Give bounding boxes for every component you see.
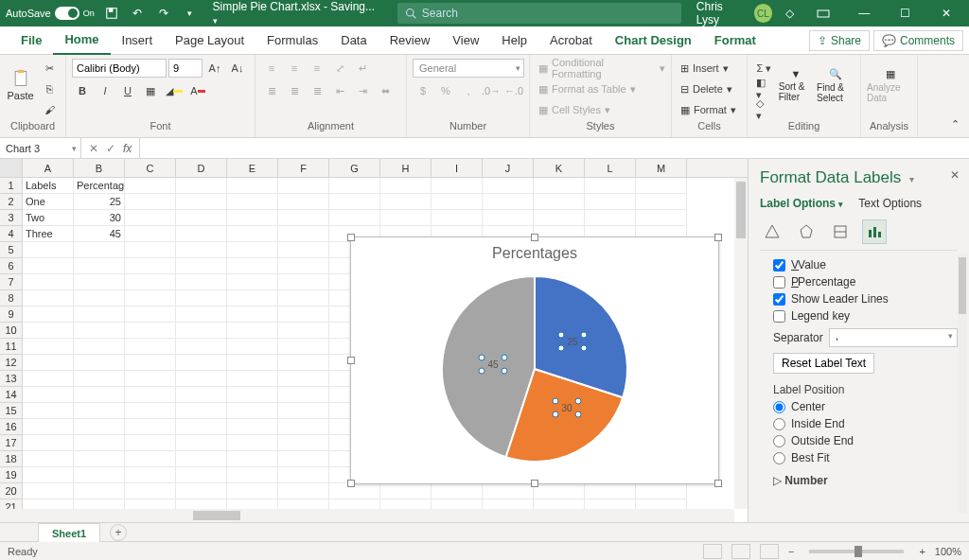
insert-cells[interactable]: ⊞ Insert ▾ xyxy=(678,59,744,78)
cell[interactable] xyxy=(176,403,227,419)
cell[interactable] xyxy=(176,210,227,226)
minimize-button[interactable]: ― xyxy=(848,0,882,26)
cell[interactable] xyxy=(227,387,278,403)
row-header[interactable]: 12 xyxy=(0,355,23,371)
pie-chart[interactable]: 45 30 25 xyxy=(435,270,634,468)
col-header[interactable]: M xyxy=(636,159,687,177)
col-header[interactable]: C xyxy=(125,159,176,177)
leader-lines-checkbox[interactable]: Show Leader Lines xyxy=(773,292,958,306)
cell[interactable] xyxy=(176,483,227,499)
cell[interactable] xyxy=(483,194,534,210)
accept-formula-icon[interactable]: ✓ xyxy=(106,142,115,155)
cell[interactable] xyxy=(227,290,278,306)
cell[interactable] xyxy=(23,435,74,451)
cut-button[interactable]: ✂ xyxy=(39,59,60,78)
cell[interactable] xyxy=(23,467,74,483)
row-header[interactable]: 9 xyxy=(0,306,23,323)
ribbon-options-icon[interactable] xyxy=(806,0,840,26)
row-header[interactable]: 4 xyxy=(0,226,23,242)
font-name-select[interactable] xyxy=(72,59,167,78)
cell[interactable] xyxy=(278,210,329,226)
cell[interactable]: 25 xyxy=(74,194,125,210)
cell[interactable] xyxy=(278,178,329,194)
cell[interactable] xyxy=(227,403,278,419)
zoom-in-button[interactable]: + xyxy=(919,546,925,557)
row-header[interactable]: 5 xyxy=(0,242,23,258)
cell[interactable] xyxy=(534,194,585,210)
col-header[interactable]: I xyxy=(432,159,483,177)
cell[interactable] xyxy=(176,194,227,210)
cell[interactable] xyxy=(278,483,329,499)
cell[interactable] xyxy=(125,274,176,290)
normal-view-button[interactable] xyxy=(703,544,722,559)
separator-select[interactable]: , xyxy=(829,328,958,347)
cell[interactable] xyxy=(483,178,534,194)
cell[interactable] xyxy=(125,194,176,210)
bold-button[interactable]: B xyxy=(72,81,93,100)
currency[interactable]: $ xyxy=(413,81,433,100)
align-top[interactable]: ≡ xyxy=(261,59,282,78)
zoom-level[interactable]: 100% xyxy=(935,546,961,557)
cell[interactable] xyxy=(278,419,329,435)
cell[interactable] xyxy=(125,323,176,339)
fill-line-icon[interactable] xyxy=(760,219,784,244)
cell[interactable] xyxy=(125,258,176,274)
zoom-slider[interactable] xyxy=(809,550,904,553)
cell[interactable] xyxy=(227,371,278,387)
row-header[interactable]: 13 xyxy=(0,371,23,387)
cell[interactable] xyxy=(278,274,329,290)
cell[interactable] xyxy=(227,178,278,194)
cell-styles[interactable]: ▦ Cell Styles ▾ xyxy=(536,100,668,119)
wrap-text[interactable]: ↵ xyxy=(352,59,373,78)
format-cells[interactable]: ▦ Format ▾ xyxy=(678,100,744,119)
page-layout-view-button[interactable] xyxy=(731,544,750,559)
format-painter-button[interactable]: 🖌 xyxy=(39,100,60,119)
cell[interactable] xyxy=(278,403,329,419)
tab-file[interactable]: File xyxy=(9,26,53,55)
cell[interactable] xyxy=(125,290,176,306)
save-icon[interactable] xyxy=(102,4,121,23)
align-right[interactable]: ≣ xyxy=(307,81,327,100)
cell[interactable] xyxy=(176,242,227,258)
cell[interactable] xyxy=(380,178,432,194)
cell[interactable] xyxy=(125,483,176,499)
cell[interactable] xyxy=(74,499,125,509)
col-header[interactable]: E xyxy=(227,159,278,177)
cell[interactable] xyxy=(432,499,483,509)
row-header[interactable]: 18 xyxy=(0,451,23,467)
maximize-button[interactable]: ☐ xyxy=(889,0,923,26)
diamond-icon[interactable]: ◇ xyxy=(780,4,799,23)
tab-view[interactable]: View xyxy=(441,26,490,55)
cell[interactable] xyxy=(278,355,329,371)
cell[interactable] xyxy=(176,178,227,194)
cell[interactable] xyxy=(125,499,176,509)
col-header[interactable]: J xyxy=(483,159,534,177)
cell[interactable] xyxy=(176,499,227,509)
cell[interactable] xyxy=(227,226,278,242)
zoom-out-button[interactable]: − xyxy=(788,546,794,557)
row-header[interactable]: 19 xyxy=(0,467,23,483)
close-button[interactable]: ✕ xyxy=(930,0,964,26)
clear[interactable]: ◇ ▾ xyxy=(753,100,775,119)
cell[interactable] xyxy=(278,435,329,451)
name-box[interactable]: Chart 3 xyxy=(0,138,81,159)
cell[interactable] xyxy=(23,371,74,387)
cell[interactable] xyxy=(125,435,176,451)
cell[interactable] xyxy=(278,499,329,509)
cell[interactable] xyxy=(23,387,74,403)
formula-bar[interactable] xyxy=(139,138,969,159)
row-header[interactable]: 14 xyxy=(0,387,23,403)
cell[interactable] xyxy=(176,258,227,274)
percent[interactable]: % xyxy=(435,81,456,100)
cell[interactable] xyxy=(329,483,380,499)
indent-dec[interactable]: ⇤ xyxy=(329,81,350,100)
cell[interactable] xyxy=(534,483,585,499)
cell[interactable] xyxy=(278,387,329,403)
align-left[interactable]: ≣ xyxy=(261,81,282,100)
autosave-toggle[interactable]: AutoSave On xyxy=(6,7,95,20)
pos-best-radio[interactable]: Best Fit xyxy=(773,451,958,464)
border-button[interactable]: ▦ xyxy=(140,81,161,100)
cell[interactable] xyxy=(432,483,483,499)
cell[interactable] xyxy=(636,499,687,509)
row-header[interactable]: 8 xyxy=(0,290,23,306)
